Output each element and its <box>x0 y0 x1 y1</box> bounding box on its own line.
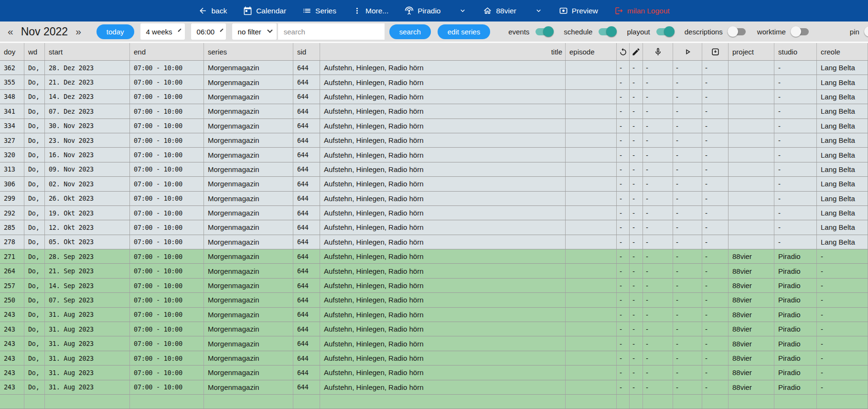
table-header: doywdstartendseriessidtitleepisodeprojec… <box>0 43 868 61</box>
nav-item-more-[interactable]: More... <box>353 6 388 15</box>
chevron-down-icon <box>459 7 467 15</box>
worktime-switch[interactable] <box>792 28 809 35</box>
cell-m0: - <box>617 220 630 234</box>
nav-item-back[interactable]: back <box>198 6 227 15</box>
schedule-row[interactable]: 355Do,21. Dez 202307:00 - 10:00Morgenmag… <box>0 75 868 89</box>
cell-m3: - <box>673 90 702 104</box>
schedule-row[interactable]: 250Do,07. Sep 202307:00 - 10:00Morgenmag… <box>0 293 868 307</box>
nav-item-calendar[interactable]: Calendar <box>243 6 286 15</box>
toggle-worktime[interactable]: worktime <box>757 28 809 36</box>
schedule-row[interactable]: 243Do,31. Aug 202307:00 - 10:00Morgenmag… <box>0 308 868 322</box>
cell-wd: Do, <box>24 220 45 234</box>
schedule-row[interactable]: 348Do,14. Dez 202307:00 - 10:00Morgenmag… <box>0 90 868 104</box>
cell-studio: - <box>774 133 817 147</box>
nav-item-preview[interactable]: Preview <box>559 6 598 15</box>
schedule-row[interactable]: 243Do,31. Aug 202307:00 - 10:00Morgenmag… <box>0 336 868 351</box>
cell-series: Morgenmagazin <box>204 336 293 350</box>
schedule-row[interactable]: 271Do,28. Sep 202307:00 - 10:00Morgenmag… <box>0 249 868 264</box>
toggle-playout[interactable]: playout <box>627 28 673 36</box>
search-input[interactable] <box>278 23 385 40</box>
schedule-row[interactable]: 264Do,21. Sep 202307:00 - 10:00Morgenmag… <box>0 264 868 278</box>
cell-creole: - <box>817 293 868 307</box>
cell-sid: 644 <box>293 75 320 89</box>
nav-item-88vier[interactable]: 88vier <box>483 6 542 15</box>
cell-creole: - <box>817 264 868 278</box>
cell-m2: - <box>643 293 673 307</box>
toggle-descriptions[interactable]: descriptions <box>685 28 746 36</box>
toggle-events[interactable]: events <box>508 28 552 36</box>
nav-item-series[interactable]: Series <box>302 6 336 15</box>
schedule-row[interactable]: 362Do,28. Dez 202307:00 - 10:00Morgenmag… <box>0 61 868 75</box>
toggle-schedule[interactable]: schedule <box>564 28 615 36</box>
schedule-row[interactable]: 327Do,23. Nov 202307:00 - 10:00Morgenmag… <box>0 133 868 148</box>
cell-end: 07:00 - 10:00 <box>130 308 204 322</box>
cell-start: 14. Sep 2023 <box>45 279 130 292</box>
events-switch[interactable] <box>536 28 552 35</box>
cell-series: Morgenmagazin <box>204 119 293 133</box>
cell-end: 07:00 - 10:00 <box>130 366 204 379</box>
schedule-row[interactable]: 306Do,02. Nov 202307:00 - 10:00Morgenmag… <box>0 177 868 191</box>
toggle-pin[interactable]: pin <box>850 28 868 36</box>
descriptions-switch[interactable] <box>729 28 746 35</box>
cell-episode <box>566 206 617 220</box>
cell-wd: Do, <box>24 119 45 133</box>
schedule-row[interactable] <box>0 395 868 409</box>
schedule-row[interactable]: 292Do,19. Okt 202307:00 - 10:00Morgenmag… <box>0 206 868 220</box>
schedule-row[interactable]: 257Do,14. Sep 202307:00 - 10:00Morgenmag… <box>0 279 868 293</box>
cell-start: 07. Sep 2023 <box>45 293 130 307</box>
search-button[interactable]: search <box>389 24 431 39</box>
schedule-row[interactable]: 313Do,09. Nov 202307:00 - 10:00Morgenmag… <box>0 162 868 177</box>
cell-m4: - <box>702 90 729 104</box>
cell-start: 31. Aug 2023 <box>45 351 130 365</box>
time-select[interactable]: 06:00 <box>191 23 226 40</box>
schedule-row[interactable]: 285Do,12. Okt 202307:00 - 10:00Morgenmag… <box>0 220 868 235</box>
schedule-row[interactable]: 243Do,31. Aug 202307:00 - 10:00Morgenmag… <box>0 380 868 395</box>
chevron-down-icon[interactable] <box>535 7 543 15</box>
cell-m0: - <box>617 380 630 394</box>
cell-m4: - <box>702 366 729 379</box>
cell-m3: - <box>673 119 702 133</box>
logout-button[interactable]: milan Logout <box>614 6 670 15</box>
more-vertical-icon <box>353 6 362 15</box>
cell-m3: - <box>673 336 702 350</box>
schedule-switch[interactable] <box>599 28 615 35</box>
cell-doy: 341 <box>0 104 24 118</box>
chevron-down-icon[interactable] <box>459 7 467 15</box>
schedule-row[interactable]: 320Do,16. Nov 202307:00 - 10:00Morgenmag… <box>0 148 868 162</box>
schedule-row[interactable]: 334Do,30. Nov 202307:00 - 10:00Morgenmag… <box>0 119 868 133</box>
pin-switch[interactable] <box>866 28 868 35</box>
cell-doy: 243 <box>0 380 24 394</box>
schedule-row[interactable]: 278Do,05. Okt 202307:00 - 10:00Morgenmag… <box>0 235 868 249</box>
cell-m0: - <box>617 61 630 75</box>
cell-m0: - <box>617 279 630 292</box>
schedule-row[interactable]: 299Do,26. Okt 202307:00 - 10:00Morgenmag… <box>0 192 868 206</box>
schedule-row[interactable]: 243Do,31. Aug 202307:00 - 10:00Morgenmag… <box>0 351 868 366</box>
range-select[interactable]: 4 weeks <box>140 23 185 40</box>
cell-m2: - <box>643 308 673 322</box>
cell-creole: - <box>817 336 868 350</box>
cell-project <box>729 133 774 147</box>
schedule-row[interactable]: 341Do,07. Dez 202307:00 - 10:00Morgenmag… <box>0 104 868 118</box>
next-month-button[interactable]: » <box>73 26 84 37</box>
nav-item-piradio[interactable]: Piradio <box>405 6 467 15</box>
cell-creole: - <box>817 279 868 292</box>
schedule-row[interactable]: 243Do,31. Aug 202307:00 - 10:00Morgenmag… <box>0 322 868 336</box>
today-button[interactable]: today <box>96 24 134 39</box>
cell-wd: Do, <box>24 133 45 147</box>
prev-month-button[interactable]: « <box>5 26 16 37</box>
cell-m1: - <box>630 90 643 104</box>
cell-m1: - <box>630 162 643 176</box>
cell-wd: Do, <box>24 380 45 394</box>
toggle-label: pin <box>850 28 859 36</box>
cell-m1: - <box>630 177 643 191</box>
edit-series-button[interactable]: edit series <box>438 24 490 39</box>
playout-switch[interactable] <box>656 28 673 35</box>
cell-m1: - <box>630 148 643 161</box>
switch-thumb <box>864 26 868 37</box>
schedule-row[interactable]: 243Do,31. Aug 202307:00 - 10:00Morgenmag… <box>0 366 868 380</box>
cell-series: Morgenmagazin <box>204 235 293 249</box>
filter-select[interactable]: no filter <box>232 23 277 40</box>
cell-wd: Do, <box>24 351 45 365</box>
cell-series: Morgenmagazin <box>204 249 293 263</box>
cell-series: Morgenmagazin <box>204 279 293 292</box>
